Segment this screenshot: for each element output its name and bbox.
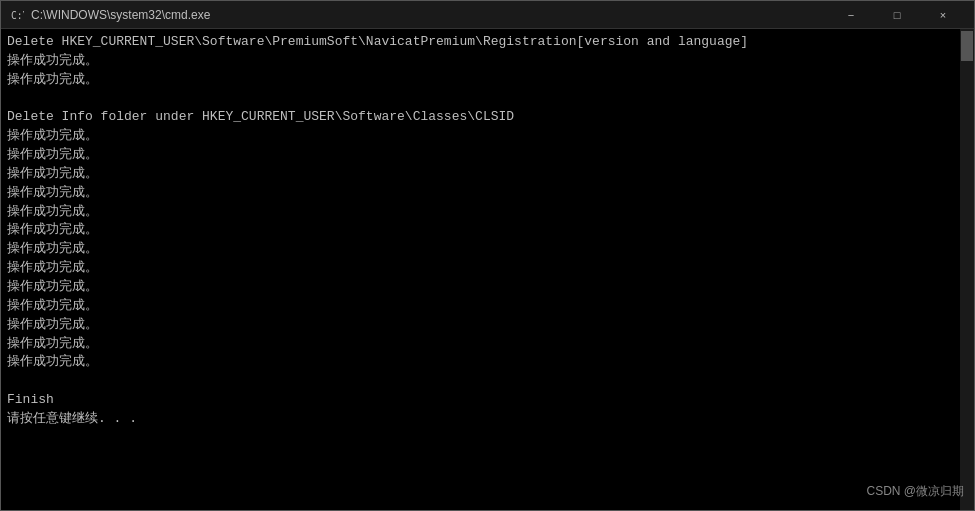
terminal-line: 操作成功完成。 bbox=[7, 184, 968, 203]
cmd-icon: C:\ bbox=[9, 7, 25, 23]
terminal-line: 请按任意键继续. . . bbox=[7, 410, 968, 429]
terminal-line bbox=[7, 372, 968, 391]
svg-text:C:\: C:\ bbox=[11, 10, 24, 21]
terminal-line: 操作成功完成。 bbox=[7, 278, 968, 297]
terminal-line: 操作成功完成。 bbox=[7, 52, 968, 71]
scrollbar[interactable] bbox=[960, 29, 974, 510]
terminal-line: 操作成功完成。 bbox=[7, 259, 968, 278]
terminal-line: 操作成功完成。 bbox=[7, 71, 968, 90]
terminal-line: 操作成功完成。 bbox=[7, 165, 968, 184]
window-title: C:\WINDOWS\system32\cmd.exe bbox=[31, 8, 828, 22]
terminal-body: Delete HKEY_CURRENT_USER\Software\Premiu… bbox=[1, 29, 974, 510]
terminal-line: Delete Info folder under HKEY_CURRENT_US… bbox=[7, 108, 968, 127]
terminal-line: Delete HKEY_CURRENT_USER\Software\Premiu… bbox=[7, 33, 968, 52]
terminal-line bbox=[7, 90, 968, 109]
close-button[interactable]: × bbox=[920, 1, 966, 29]
terminal-line: 操作成功完成。 bbox=[7, 221, 968, 240]
terminal-line: 操作成功完成。 bbox=[7, 203, 968, 222]
terminal-line: 操作成功完成。 bbox=[7, 146, 968, 165]
terminal-line: 操作成功完成。 bbox=[7, 297, 968, 316]
terminal-line: Finish bbox=[7, 391, 968, 410]
terminal-line: 操作成功完成。 bbox=[7, 127, 968, 146]
scrollbar-thumb[interactable] bbox=[961, 31, 973, 61]
maximize-button[interactable]: □ bbox=[874, 1, 920, 29]
titlebar: C:\ C:\WINDOWS\system32\cmd.exe − □ × bbox=[1, 1, 974, 29]
window-controls: − □ × bbox=[828, 1, 966, 29]
terminal-line: 操作成功完成。 bbox=[7, 240, 968, 259]
terminal-output: Delete HKEY_CURRENT_USER\Software\Premiu… bbox=[7, 33, 968, 429]
cmd-window: C:\ C:\WINDOWS\system32\cmd.exe − □ × De… bbox=[0, 0, 975, 511]
watermark: CSDN @微凉归期 bbox=[866, 483, 964, 500]
minimize-button[interactable]: − bbox=[828, 1, 874, 29]
terminal-line: 操作成功完成。 bbox=[7, 335, 968, 354]
terminal-line: 操作成功完成。 bbox=[7, 316, 968, 335]
terminal-line: 操作成功完成。 bbox=[7, 353, 968, 372]
